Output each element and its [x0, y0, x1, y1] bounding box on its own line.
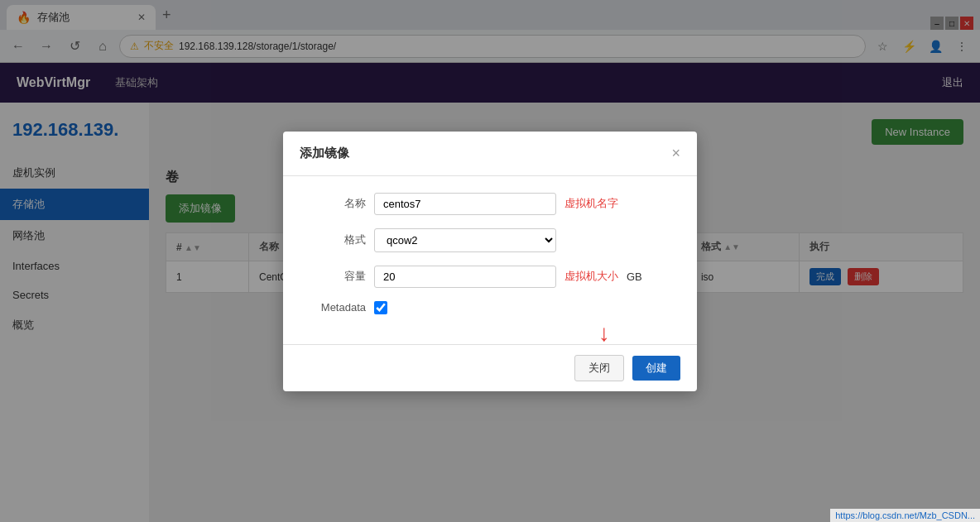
modal-header: 添加镜像 ×: [283, 132, 697, 176]
modal-footer: ↓ 关闭 创建: [283, 344, 697, 391]
format-field-row: 格式 qcow2 raw vmdk: [300, 228, 680, 252]
capacity-field-row: 容量 虚拟机大小 GB: [300, 266, 680, 288]
modal-overlay[interactable]: 添加镜像 × 名称 虚拟机名字 格式 qcow2 raw vmdk: [0, 0, 980, 522]
close-dialog-button[interactable]: 关闭: [574, 355, 624, 381]
capacity-label: 容量: [300, 269, 366, 284]
metadata-checkbox[interactable]: [374, 301, 387, 314]
create-button[interactable]: 创建: [632, 356, 680, 381]
watermark: https://blog.csdn.net/Mzb_CSDN...: [830, 509, 980, 522]
metadata-field-row: Metadata: [300, 301, 680, 314]
name-field-row: 名称 虚拟机名字: [300, 193, 680, 215]
format-select[interactable]: qcow2 raw vmdk: [374, 228, 556, 252]
modal-title: 添加镜像: [300, 146, 349, 161]
add-image-dialog: 添加镜像 × 名称 虚拟机名字 格式 qcow2 raw vmdk: [283, 132, 697, 391]
format-label: 格式: [300, 232, 366, 247]
name-hint: 虚拟机名字: [564, 196, 618, 211]
name-input[interactable]: [374, 193, 556, 215]
modal-close-button[interactable]: ×: [671, 145, 680, 162]
capacity-hint: 虚拟机大小: [564, 269, 618, 284]
modal-body: 名称 虚拟机名字 格式 qcow2 raw vmdk 容量: [283, 176, 697, 344]
capacity-unit: GB: [627, 271, 642, 283]
metadata-label: Metadata: [300, 301, 366, 314]
capacity-input[interactable]: [374, 266, 556, 288]
arrow-down-icon: ↓: [598, 320, 610, 347]
name-label: 名称: [300, 196, 366, 211]
